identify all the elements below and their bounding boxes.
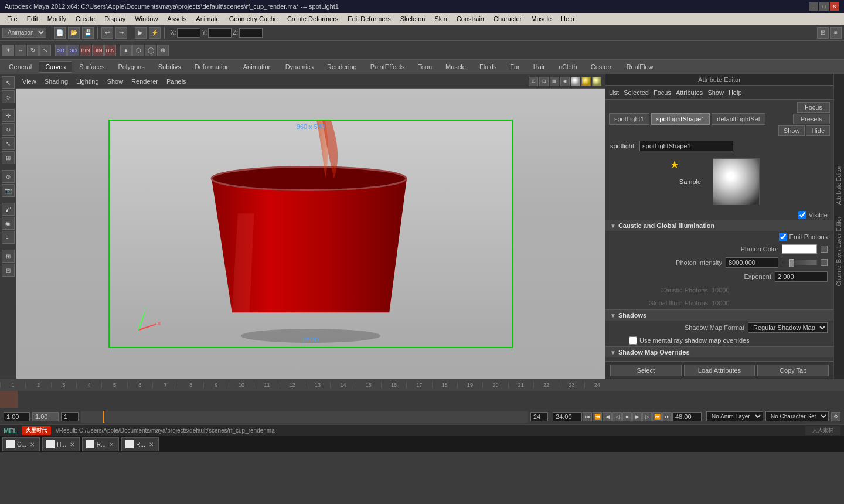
menu-help[interactable]: Help [556,14,579,23]
menu-animate[interactable]: Animate [191,14,224,23]
prev-key-btn[interactable]: ◀ [603,412,612,421]
grid-btn[interactable]: ⊞ [2,250,15,263]
logo-btn[interactable]: 火星时代 [22,426,51,435]
photon-intensity-btn[interactable] [821,259,828,266]
render-icon[interactable]: ▶ [135,27,147,39]
animation-mode-dropdown[interactable]: Animation [2,28,46,38]
select-button[interactable]: Select [610,365,682,376]
select-tool-btn[interactable]: ↖ [2,76,15,89]
sd-icon2[interactable]: SD [67,45,79,56]
y-coord-input[interactable] [208,28,232,38]
range-end-input[interactable] [672,412,702,421]
vp-icon1[interactable]: ⊡ [529,77,538,86]
nav-attributes[interactable]: Attributes [676,89,703,96]
minimize-button[interactable]: _ [809,2,818,11]
scale-tool-icon[interactable]: ⤡ [39,45,51,56]
vp-icon2[interactable]: ⊞ [539,77,549,86]
shadow-map-format-select[interactable]: Regular Shadow Map [748,322,828,333]
presets-button[interactable]: Presets [793,114,830,124]
current-frame-input[interactable] [32,412,59,421]
next-frame-btn[interactable]: ⏩ [652,412,662,421]
tab-hair[interactable]: Hair [527,61,552,73]
shadow-map-overrides-header[interactable]: ▼ Shadow Map Overrides [605,347,833,357]
scale-tool-btn[interactable]: ⤡ [2,137,15,150]
panels-menu[interactable]: Panels [164,77,189,86]
task-close-4[interactable]: ✕ [148,441,155,448]
save-scene-icon[interactable]: 💾 [82,27,94,39]
hide-button[interactable]: Hide [806,125,830,136]
tab-curves[interactable]: Curves [39,61,72,73]
anim-layer-select[interactable]: No Anim Layer [706,411,763,421]
maximize-button[interactable]: □ [819,2,829,11]
start-frame-input[interactable] [4,412,30,421]
menu-geometry-cache[interactable]: Geometry Cache [224,14,283,23]
shelf-icon2[interactable]: ⬡ [132,45,144,56]
bin-icon2[interactable]: BIN [92,45,104,56]
show-button[interactable]: Show [778,125,805,136]
channel-box-sidebar-label[interactable]: Channel Box / Layer Editor [836,216,842,287]
ipr-icon[interactable]: ⚡ [149,27,161,39]
x-coord-input[interactable] [177,28,200,38]
char-set-select[interactable]: No Character Set [765,411,829,421]
skip-end-btn[interactable]: ⏭ [662,412,672,421]
visible-checkbox[interactable] [798,211,806,219]
photon-intensity-slider[interactable] [782,260,817,265]
layout-icon[interactable]: ⊞ [817,27,829,39]
next-key-btn[interactable]: ▷ [642,412,652,421]
tab-toon[interactable]: Toon [411,61,438,73]
tab-muscle[interactable]: Muscle [439,61,472,73]
bin-icon1[interactable]: BIN [80,45,91,56]
snap-btn[interactable]: ⊙ [2,170,15,183]
menu-file[interactable]: File [2,14,22,23]
undo-icon[interactable]: ↩ [101,27,113,39]
task-item-2[interactable]: H... ✕ [42,437,80,451]
shelf-icon1[interactable]: ▲ [120,45,132,56]
menu-assets[interactable]: Assets [162,14,191,23]
menu-character[interactable]: Character [489,14,526,23]
menu-create[interactable]: Create [71,14,100,23]
emit-photons-checkbox[interactable] [779,233,787,241]
menu-skeleton[interactable]: Skeleton [396,14,430,23]
camera-btn[interactable]: 📷 [2,184,15,197]
anim-prefs-icon[interactable]: ⚙ [831,412,840,421]
tab-deformation[interactable]: Deformation [188,61,236,73]
photon-color-swatch[interactable] [782,244,817,254]
menu-muscle[interactable]: Muscle [526,14,556,23]
nav-selected[interactable]: Selected [624,89,649,96]
menu-edit[interactable]: Edit [22,14,43,23]
tab-realflow[interactable]: RealFlow [620,61,660,73]
outline-btn[interactable]: ⊟ [2,264,15,277]
vp-icon3[interactable]: ▦ [550,77,559,86]
menu-display[interactable]: Display [100,14,130,23]
open-scene-icon[interactable]: 📂 [68,27,80,39]
channel-box-icon[interactable]: ≡ [830,27,842,39]
move-tool-btn[interactable]: ✛ [2,109,15,122]
node-tab-defaultlightset[interactable]: defaultLightSet [712,113,765,125]
timeline-bar[interactable] [0,391,844,408]
tab-polygons[interactable]: Polygons [111,61,151,73]
shelf-icon4[interactable]: ⊕ [157,45,169,56]
lighting-menu[interactable]: Lighting [74,77,101,86]
move-tool-icon[interactable]: ↔ [15,45,26,56]
view-menu[interactable]: View [20,77,39,86]
copy-tab-button[interactable]: Copy Tab [757,365,829,376]
vp-sphere-icon[interactable] [571,77,580,86]
menu-edit-deformers[interactable]: Edit Deformers [343,14,395,23]
menu-skin[interactable]: Skin [430,14,451,23]
menu-constrain[interactable]: Constrain [452,14,489,23]
caustic-section-header[interactable]: ▼ Caustic and Global Illumination [605,220,833,231]
nav-show[interactable]: Show [707,89,724,96]
attribute-editor-sidebar-label[interactable]: Attribute Editor [836,166,842,205]
timeline-scrubber[interactable] [81,411,528,423]
z-coord-input[interactable] [239,28,263,38]
anim-range-input[interactable] [61,412,79,421]
tab-animation[interactable]: Animation [237,61,278,73]
select-tool-icon[interactable]: ✦ [2,45,14,56]
stop-btn[interactable]: ■ [622,412,632,421]
task-close-1[interactable]: ✕ [29,441,36,448]
timeline-ruler[interactable]: 1 2 3 4 5 6 7 8 9 10 11 12 13 14 15 16 1… [0,379,844,391]
anim-end-input[interactable] [530,412,548,421]
play-back-btn[interactable]: ◁ [612,412,622,421]
menu-create-deformers[interactable]: Create Deformers [283,14,343,23]
tab-surfaces[interactable]: Surfaces [73,61,111,73]
